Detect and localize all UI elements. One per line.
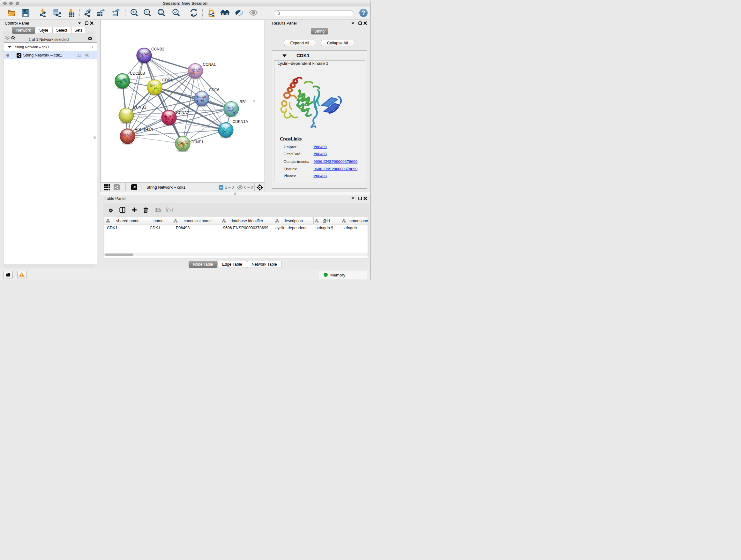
svg-text:RB1: RB1 — [240, 100, 247, 104]
svg-text:CCNB1: CCNB1 — [133, 105, 146, 110]
svg-text:CCNB2: CCNB2 — [151, 47, 164, 51]
svg-text:CDC6: CDC6 — [209, 88, 219, 92]
svg-text:HIST1H1A: HIST1H1A — [135, 127, 153, 132]
svg-text:CDKN1A: CDKN1A — [232, 119, 248, 124]
svg-text:CCNA1: CCNA1 — [203, 62, 216, 67]
svg-text:CCNE1: CCNE1 — [191, 140, 204, 144]
svg-text:CDK1: CDK1 — [162, 78, 173, 82]
svg-text:CDC25B: CDC25B — [130, 71, 145, 76]
svg-text:CCNA2: CCNA2 — [176, 111, 189, 115]
